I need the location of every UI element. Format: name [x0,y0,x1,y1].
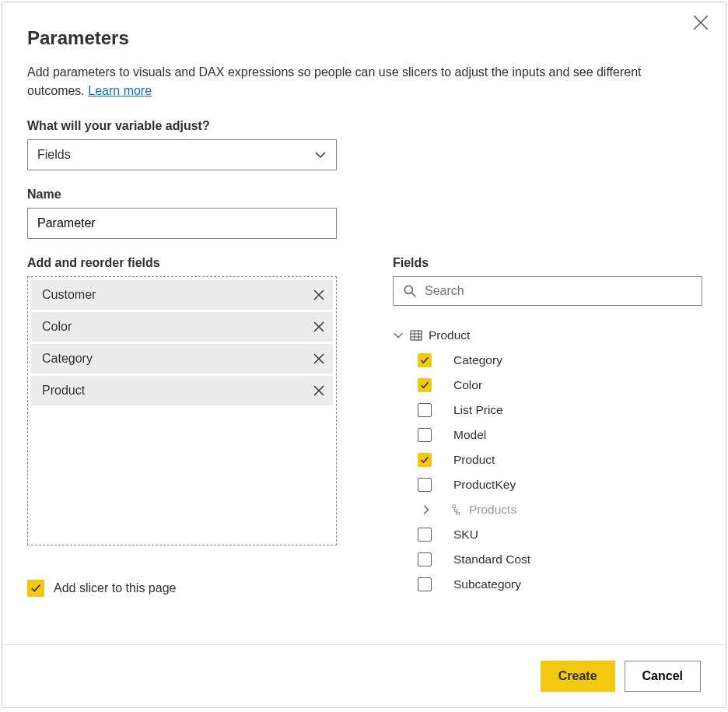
tree-label: Model [453,428,486,442]
chevron-down-icon[interactable] [393,330,404,341]
field-chip-category[interactable]: Category [31,344,333,374]
left-column: Add and reorder fields Customer Color Ca… [27,256,337,597]
check-icon [30,583,41,594]
add-slicer-label: Add slicer to this page [54,581,176,595]
learn-more-link[interactable]: Learn more [88,84,152,97]
remove-icon[interactable] [313,289,325,301]
svg-rect-3 [455,509,458,512]
field-chip-label: Category [42,352,93,366]
tree-field-subcategory[interactable]: Subcategory [393,572,702,595]
field-checkbox[interactable] [418,378,432,392]
field-checkbox[interactable] [418,478,432,492]
svg-rect-4 [457,513,460,516]
dropdown-value: Fields [37,148,71,162]
tree-hierarchy-products[interactable]: Products [393,497,702,522]
cancel-button[interactable]: Cancel [625,661,701,692]
tree-label: Product [429,328,470,342]
variable-adjust-dropdown[interactable]: Fields [27,139,337,170]
svg-rect-1 [411,331,422,340]
variable-adjust-label: What will your variable adjust? [27,119,701,133]
dialog-title: Parameters [27,27,701,49]
field-checkbox[interactable] [418,577,432,591]
fields-tree: Product Category Color List Price Model [393,323,702,595]
field-checkbox[interactable] [418,353,432,367]
field-chip-label: Customer [42,288,96,302]
tree-table-product[interactable]: Product [393,323,702,348]
tree-field-standardcost[interactable]: Standard Cost [393,547,702,572]
tree-label: Product [453,453,495,467]
check-icon [420,455,429,465]
field-chip-customer[interactable]: Customer [31,280,333,310]
right-column: Fields Product Category Color [393,256,702,597]
parameters-dialog: Parameters Add parameters to visuals and… [2,2,726,708]
tree-field-category[interactable]: Category [393,348,702,373]
tree-label: Standard Cost [453,552,530,566]
reorder-label: Add and reorder fields [27,256,337,270]
check-icon [420,356,429,365]
remove-icon[interactable] [313,384,325,397]
add-slicer-checkbox[interactable] [27,580,44,597]
dialog-footer: Create Cancel [2,644,726,707]
tree-field-sku[interactable]: SKU [393,522,702,547]
create-button[interactable]: Create [541,661,615,692]
svg-point-0 [404,286,412,293]
chevron-down-icon [314,149,327,161]
close-button[interactable] [693,15,709,30]
check-icon [420,381,429,390]
tree-label: List Price [453,403,503,417]
name-input[interactable] [27,208,337,239]
tree-label: Subcategory [453,577,521,591]
search-icon [403,284,417,298]
field-checkbox[interactable] [418,453,432,467]
field-checkbox[interactable] [418,528,432,542]
tree-label: Category [453,353,502,367]
svg-rect-2 [453,505,456,508]
fields-label: Fields [393,256,702,270]
tree-label: ProductKey [453,478,516,492]
hierarchy-icon [452,504,463,515]
field-chip-color[interactable]: Color [31,312,333,342]
field-checkbox[interactable] [418,428,432,442]
field-well[interactable]: Customer Color Category Product [27,276,337,545]
field-checkbox[interactable] [418,552,432,566]
tree-field-listprice[interactable]: List Price [393,398,702,423]
tree-label: Color [453,378,482,392]
table-icon [410,329,422,342]
add-slicer-row: Add slicer to this page [27,580,337,597]
tree-label: SKU [453,528,478,542]
chevron-right-icon[interactable] [421,504,432,515]
field-checkbox[interactable] [418,403,432,417]
field-chip-product[interactable]: Product [31,376,333,405]
tree-field-productkey[interactable]: ProductKey [393,472,702,497]
remove-icon[interactable] [313,352,325,365]
tree-label: Products [469,503,516,517]
field-chip-label: Product [42,384,85,398]
tree-field-model[interactable]: Model [393,423,702,447]
search-box[interactable] [393,276,702,306]
remove-icon[interactable] [313,321,325,333]
name-label: Name [27,188,701,202]
field-chip-label: Color [42,320,72,334]
dialog-description: Add parameters to visuals and DAX expres… [27,63,701,100]
search-input[interactable] [423,283,692,299]
close-icon [693,15,709,30]
tree-field-color[interactable]: Color [393,373,702,398]
tree-field-product[interactable]: Product [393,447,702,472]
